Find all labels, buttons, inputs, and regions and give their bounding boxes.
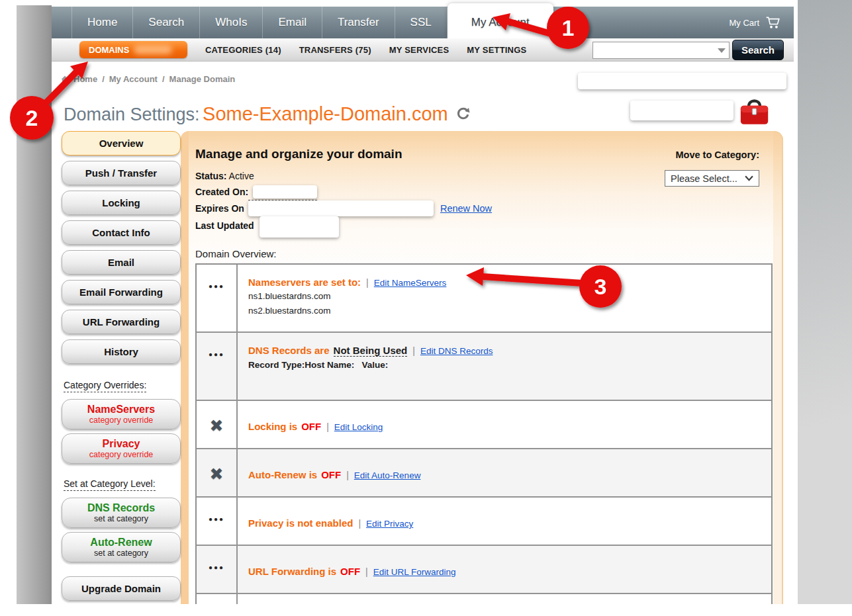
page-bottom-margin	[0, 604, 852, 616]
button-title: DNS Records	[62, 502, 180, 514]
domain-overview-label: Domain Overview:	[195, 248, 767, 259]
sidebar-button-privacy-override[interactable]: Privacy category override	[62, 433, 181, 464]
x-icon: ✖	[197, 449, 238, 496]
updated-label: Last Updated	[195, 220, 254, 231]
sidebar-button-auto-renew-category[interactable]: Auto-Renew set at category	[62, 532, 181, 562]
row-title: Auto-Renew is	[248, 469, 317, 480]
nav-tab-home[interactable]: Home	[71, 7, 133, 38]
edit-url-forwarding-link[interactable]: Edit URL Forwarding	[373, 567, 456, 577]
breadcrumb-separator: /	[102, 74, 105, 84]
edit-privacy-link[interactable]: Edit Privacy	[366, 519, 413, 529]
nav-tab-whois[interactable]: WhoIs	[200, 7, 263, 38]
page: Home Search WhoIs Email Transfer SSL My …	[0, 0, 852, 616]
overview-panel: Manage and organize your domain Move to …	[181, 131, 783, 604]
dots-icon: ●●●	[197, 546, 238, 593]
subnav-tab-my-services[interactable]: MY SERVICES	[389, 45, 450, 55]
toolbox-icon[interactable]	[739, 96, 770, 132]
search-button[interactable]: Search	[732, 40, 784, 60]
edit-auto-renew-link[interactable]: Edit Auto-Renew	[354, 470, 421, 480]
desktop-right-margin	[798, 0, 852, 604]
nav-tab-search[interactable]: Search	[133, 7, 200, 38]
redacted-box	[630, 101, 734, 120]
edit-locking-link[interactable]: Edit Locking	[334, 422, 383, 432]
domains-tab-label: DOMAINS	[89, 45, 129, 55]
expires-line: Expires OnRenew Now	[195, 200, 767, 216]
set-at-category-heading: Set at Category Level:	[64, 478, 156, 491]
edit-nameservers-link[interactable]: Edit NameServers	[374, 278, 447, 288]
overview-row-locking: ✖ Locking is OFF | Edit Locking	[197, 401, 771, 449]
redacted-expiry-date	[248, 200, 434, 216]
nav-tab-ssl[interactable]: SSL	[395, 7, 448, 38]
account-sub-navigation: DOMAINS CATEGORIES (14) TRANSFERS (75) M…	[52, 38, 794, 62]
row-title: Nameservers are set to:	[248, 277, 361, 288]
row-status: OFF	[340, 566, 360, 577]
button-subtitle: category override	[62, 416, 180, 425]
category-overrides-heading: Category Overrides:	[64, 380, 146, 392]
breadcrumb-home[interactable]: Home	[73, 74, 97, 84]
dots-icon: ●●●	[197, 498, 238, 545]
subnav-tab-transfers[interactable]: TRANSFERS (75)	[299, 45, 371, 55]
chevron-down-icon	[745, 175, 753, 181]
sidebar-tab-history[interactable]: History	[62, 339, 181, 364]
subnav-tab-my-settings[interactable]: MY SETTINGS	[467, 45, 526, 55]
breadcrumb-my-account[interactable]: My Account	[109, 74, 158, 84]
edit-dns-records-link[interactable]: Edit DNS Records	[420, 346, 493, 356]
breadcrumb: Home / My Account / Manage Domain	[61, 74, 235, 84]
home-icon	[61, 75, 69, 83]
category-select[interactable]: Please Select...	[665, 170, 759, 187]
site-window: Home Search WhoIs Email Transfer SSL My …	[52, 7, 794, 604]
button-title: Auto-Renew	[62, 536, 180, 549]
nav-tab-transfer[interactable]: Transfer	[322, 7, 395, 38]
dots-icon: ●●●	[197, 265, 238, 331]
category-select-value: Please Select...	[671, 173, 737, 184]
separator: |	[365, 566, 368, 577]
updated-line: Last Updated	[195, 216, 767, 238]
redacted-box	[578, 73, 786, 89]
expires-label: Expires On	[195, 203, 244, 214]
sidebar-tab-locking[interactable]: Locking	[62, 191, 181, 215]
button-title: Privacy	[62, 437, 180, 450]
sidebar-tab-push-transfer[interactable]: Push / Transfer	[62, 161, 181, 185]
sidebar-tab-url-forwarding[interactable]: URL Forwarding	[62, 310, 181, 334]
domain-search-input[interactable]	[593, 44, 718, 57]
top-navigation-bar: Home Search WhoIs Email Transfer SSL My …	[52, 7, 794, 38]
sidebar-button-dns-records-category[interactable]: DNS Records set at category	[62, 498, 181, 528]
sidebar-tab-contact-info[interactable]: Contact Info	[62, 220, 181, 245]
my-cart-label: My Cart	[730, 18, 760, 28]
sidebar-button-nameservers-override[interactable]: NameServers category override	[62, 399, 181, 429]
row-title: Locking is	[248, 421, 297, 432]
refresh-icon[interactable]	[456, 107, 470, 123]
renew-now-link[interactable]: Renew Now	[440, 203, 492, 214]
subnav-tab-domains-active[interactable]: DOMAINS	[79, 41, 187, 58]
button-subtitle: category override	[62, 450, 180, 459]
nav-tab-email[interactable]: Email	[263, 7, 322, 38]
dots-icon: ●●●	[197, 333, 238, 400]
subnav-tab-categories[interactable]: CATEGORIES (14)	[205, 45, 281, 55]
redacted-created-date	[253, 185, 317, 198]
move-to-category-label: Move to Category:	[665, 150, 759, 160]
upgrade-domain-button[interactable]: Upgrade Domain	[62, 576, 181, 601]
cart-icon	[765, 17, 782, 29]
created-label: Created On:	[195, 187, 248, 197]
button-title: NameServers	[62, 403, 180, 416]
button-subtitle: set at category	[62, 549, 180, 558]
combobox-dropdown-icon[interactable]	[718, 48, 726, 53]
breadcrumb-manage-domain: Manage Domain	[169, 74, 236, 84]
sidebar-tab-overview[interactable]: Overview	[62, 131, 181, 155]
breadcrumb-separator: /	[162, 74, 165, 84]
row-title: DNS Records are	[248, 345, 330, 356]
domain-search-combobox[interactable]	[592, 42, 730, 59]
row-status: OFF	[301, 421, 321, 432]
desktop-left-margin	[17, 5, 52, 604]
separator: |	[412, 345, 415, 356]
separator: |	[358, 518, 361, 529]
domain-overview-table: ●●● Nameservers are set to: | Edit NameS…	[195, 263, 773, 616]
status-label: Status:	[195, 171, 226, 181]
nav-tab-my-account-active[interactable]: My Account	[448, 3, 553, 38]
my-cart[interactable]: My Cart	[730, 7, 782, 38]
sidebar-tab-email[interactable]: Email	[62, 250, 181, 275]
top-nav-tabs: Home Search WhoIs Email Transfer SSL My …	[71, 7, 553, 38]
row-title: Privacy is not enabled	[248, 517, 353, 529]
sidebar-tab-email-forwarding[interactable]: Email Forwarding	[62, 280, 181, 304]
status-value: Active	[229, 171, 254, 181]
